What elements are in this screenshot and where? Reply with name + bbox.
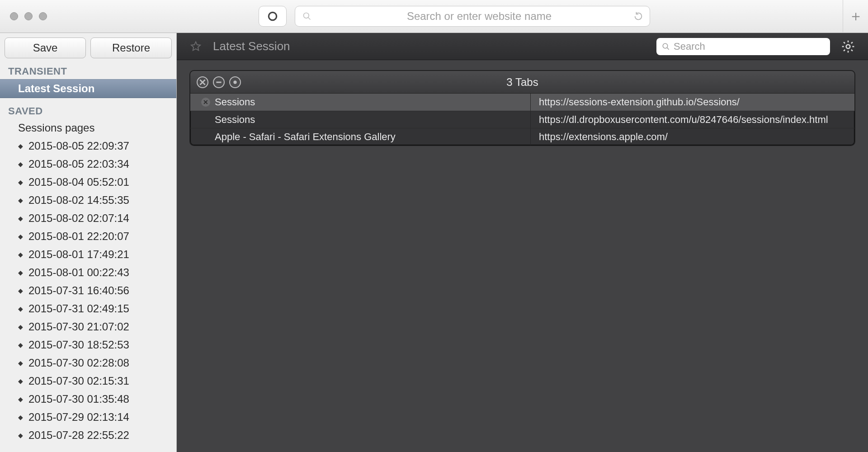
tab-row[interactable]: ✕Sessionshttps://dl.dropboxusercontent.c… xyxy=(190,111,854,128)
search-box[interactable]: Search xyxy=(656,38,830,55)
tabs-panel: 3 Tabs ✕Sessionshttps://sessions-extensi… xyxy=(189,70,855,146)
sidebar-item-saved-session[interactable]: ◆2015-08-04 05:52:01 xyxy=(0,173,176,191)
svg-point-3 xyxy=(663,43,668,48)
diamond-icon: ◆ xyxy=(18,377,23,385)
diamond-icon: ◆ xyxy=(18,396,23,403)
section-transient-header: TRANSIENT xyxy=(0,63,176,79)
tabs-list: ✕Sessionshttps://sessions-extension.gith… xyxy=(190,94,854,145)
close-window-icon[interactable] xyxy=(10,12,18,20)
sidebar-item-label: 2015-08-01 22:20:07 xyxy=(28,230,129,243)
minimize-window-icon[interactable] xyxy=(24,12,33,20)
tab-url: https://extensions.apple.com/ xyxy=(534,131,848,143)
sidebar-item-saved-session[interactable]: ◆2015-08-01 22:20:07 xyxy=(0,227,176,245)
star-icon[interactable] xyxy=(189,40,202,53)
column-separator xyxy=(530,128,531,145)
section-saved-header: SAVED xyxy=(0,103,176,119)
tab-row[interactable]: ✕Apple - Safari - Safari Extensions Gall… xyxy=(190,128,854,145)
svg-point-5 xyxy=(846,44,850,48)
sidebar-item-sessions-pages[interactable]: Sessions pages xyxy=(0,119,176,137)
panel-close-icon[interactable] xyxy=(197,76,208,88)
search-icon xyxy=(662,42,670,51)
tab-row[interactable]: ✕Sessionshttps://sessions-extension.gith… xyxy=(190,94,854,111)
window-controls xyxy=(10,12,47,20)
tab-title: Sessions xyxy=(215,114,255,126)
sidebar-item-label: 2015-07-31 16:40:56 xyxy=(28,284,129,297)
sidebar-item-saved-session[interactable]: ◆2015-07-30 18:52:53 xyxy=(0,336,176,354)
diamond-icon: ◆ xyxy=(18,432,23,439)
diamond-icon: ◆ xyxy=(18,287,23,294)
restore-button[interactable]: Restore xyxy=(90,38,172,58)
diamond-icon: ◆ xyxy=(18,251,23,258)
sidebar-item-latest-session[interactable]: Latest Session xyxy=(0,79,176,98)
sidebar-item-saved-session[interactable]: ◆2015-07-30 01:35:48 xyxy=(0,390,176,408)
sidebar-item-saved-session[interactable]: ◆2015-08-05 22:03:34 xyxy=(0,155,176,173)
save-button[interactable]: Save xyxy=(5,38,86,58)
search-placeholder: Search xyxy=(674,41,705,52)
reload-icon[interactable] xyxy=(633,11,643,21)
svg-line-11 xyxy=(851,49,853,51)
page-title: Latest Session xyxy=(213,39,290,53)
new-tab-button[interactable]: ＋ xyxy=(843,0,868,33)
sidebar-item-label: 2015-08-04 05:52:01 xyxy=(28,176,129,188)
svg-line-13 xyxy=(851,42,853,43)
svg-line-12 xyxy=(844,49,845,51)
sidebar-item-saved-session[interactable]: ◆2015-07-28 22:55:22 xyxy=(0,426,176,444)
sidebar-item-saved-session[interactable]: ◆2015-07-30 21:07:02 xyxy=(0,318,176,336)
saved-sessions-list: ◆2015-08-05 22:09:37◆2015-08-05 22:03:34… xyxy=(0,137,176,444)
sidebar-item-saved-session[interactable]: ◆2015-08-02 14:55:35 xyxy=(0,191,176,209)
sidebar-item-label: 2015-08-01 17:49:21 xyxy=(28,248,129,261)
panel-minimize-icon[interactable] xyxy=(213,76,225,88)
panel-record-icon[interactable] xyxy=(229,76,241,88)
diamond-icon: ◆ xyxy=(18,359,23,367)
sidebar-item-label: 2015-08-02 14:55:35 xyxy=(28,194,129,207)
sidebar-item-saved-session[interactable]: ◆2015-08-02 02:07:14 xyxy=(0,209,176,227)
diamond-icon: ◆ xyxy=(18,160,23,168)
svg-line-10 xyxy=(844,42,845,43)
url-bar[interactable]: Search or enter website name xyxy=(295,6,650,27)
sidebar-item-label: 2015-07-30 01:35:48 xyxy=(28,393,129,405)
sidebar-item-saved-session[interactable]: ◆2015-08-05 22:09:37 xyxy=(0,137,176,155)
tab-title: Sessions xyxy=(215,96,255,108)
sidebar-item-saved-session[interactable]: ◆2015-07-29 02:13:14 xyxy=(0,408,176,426)
diamond-icon: ◆ xyxy=(18,179,23,186)
diamond-icon: ◆ xyxy=(18,341,23,348)
column-separator xyxy=(530,111,531,128)
tab-url: https://dl.dropboxusercontent.com/u/8247… xyxy=(534,114,848,126)
diamond-icon: ◆ xyxy=(18,197,23,204)
tab-url: https://sessions-extension.github.io/Ses… xyxy=(534,96,848,108)
content-header: Latest Session Search xyxy=(177,33,868,60)
tab-title: Apple - Safari - Safari Extensions Galle… xyxy=(215,131,396,143)
sidebar-item-label: 2015-07-29 02:13:14 xyxy=(28,411,129,424)
tabs-panel-header: 3 Tabs xyxy=(190,71,854,94)
diamond-icon: ◆ xyxy=(18,414,23,421)
close-tab-icon[interactable]: ✕ xyxy=(201,98,210,107)
sidebar-item-label: 2015-07-30 18:52:53 xyxy=(28,339,129,351)
diamond-icon: ◆ xyxy=(18,142,23,150)
gear-icon[interactable] xyxy=(841,39,855,54)
sidebar-item-label: 2015-07-28 22:55:22 xyxy=(28,429,129,442)
circle-icon xyxy=(267,10,278,22)
content-area: Latest Session Search xyxy=(177,33,868,452)
sidebar-item-saved-session[interactable]: ◆2015-08-01 17:49:21 xyxy=(0,245,176,264)
sidebar-item-saved-session[interactable]: ◆2015-08-01 00:22:43 xyxy=(0,264,176,282)
sidebar-item-label: Latest Session xyxy=(18,82,94,95)
svg-point-1 xyxy=(304,13,309,19)
sidebar-item-label: 2015-08-05 22:03:34 xyxy=(28,158,129,170)
sidebar-item-saved-session[interactable]: ◆2015-07-30 02:28:08 xyxy=(0,354,176,372)
sidebar-item-saved-session[interactable]: ◆2015-07-31 02:49:15 xyxy=(0,300,176,318)
diamond-icon: ◆ xyxy=(18,269,23,276)
tabs-count: 3 Tabs xyxy=(190,76,854,89)
sidebar-item-label: Sessions pages xyxy=(18,122,94,134)
sidebar-item-label: 2015-07-30 21:07:02 xyxy=(28,320,129,333)
sidebar-item-label: 2015-08-01 00:22:43 xyxy=(28,266,129,279)
extension-toolbar-button[interactable] xyxy=(259,6,287,27)
sidebar-item-label: 2015-08-05 22:09:37 xyxy=(28,140,129,152)
sidebar-item-saved-session[interactable]: ◆2015-07-30 02:15:31 xyxy=(0,372,176,390)
sidebar-item-saved-session[interactable]: ◆2015-07-31 16:40:56 xyxy=(0,282,176,300)
browser-toolbar: Search or enter website name ＋ xyxy=(0,0,868,33)
sidebar-item-label: 2015-08-02 02:07:14 xyxy=(28,212,129,225)
sidebar-item-label: 2015-07-30 02:28:08 xyxy=(28,357,129,369)
zoom-window-icon[interactable] xyxy=(39,12,47,20)
diamond-icon: ◆ xyxy=(18,323,23,330)
sidebar-item-label: 2015-07-31 02:49:15 xyxy=(28,302,129,315)
